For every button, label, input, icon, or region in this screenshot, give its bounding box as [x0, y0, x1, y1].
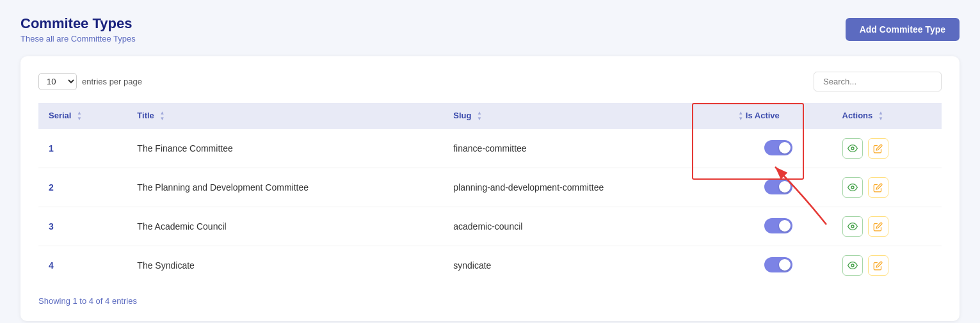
- col-slug[interactable]: Slug ▲ ▼: [443, 103, 725, 129]
- sort-up-icon: ▲: [159, 111, 165, 116]
- edit-button[interactable]: [868, 138, 888, 159]
- view-button[interactable]: [842, 177, 863, 198]
- sort-down-icon: ▼: [477, 116, 482, 122]
- serial-sort-arrows: ▲ ▼: [77, 111, 82, 122]
- entries-per-page-select[interactable]: 10 25 50 100: [38, 73, 77, 90]
- committee-types-table: Serial ▲ ▼ Title ▲ ▼: [38, 103, 942, 285]
- actions-cell: [842, 255, 931, 276]
- toggle-thumb: [779, 142, 791, 154]
- cell-serial: 1: [38, 129, 127, 168]
- cell-is-active: [725, 207, 831, 246]
- cell-title: The Syndicate: [127, 246, 443, 285]
- cell-slug: planning-and-development-committee: [443, 168, 725, 207]
- svg-point-1: [851, 186, 854, 189]
- cell-is-active: [725, 129, 831, 168]
- toggle-switch[interactable]: [764, 218, 792, 233]
- table-row: 4The Syndicatesyndicate: [38, 246, 942, 285]
- actions-cell: [842, 216, 931, 237]
- toggle-switch[interactable]: [764, 140, 792, 155]
- cell-actions: [832, 246, 942, 285]
- cell-slug: syndicate: [443, 246, 725, 285]
- actions-cell: [842, 138, 931, 159]
- col-actions[interactable]: Actions ▲ ▼: [832, 103, 942, 129]
- sort-down-icon: ▼: [77, 116, 82, 122]
- col-serial[interactable]: Serial ▲ ▼: [38, 103, 127, 129]
- sort-down-icon: ▼: [738, 116, 743, 122]
- is-active-sort-arrows: ▲ ▼: [738, 111, 743, 122]
- page-title: Commitee Types: [20, 15, 136, 32]
- title-sort-arrows: ▲ ▼: [159, 111, 165, 122]
- col-is-active[interactable]: ▲ ▼ Is Active: [725, 103, 831, 129]
- showing-entries-text: Showing 1 to 4 of 4 entries: [38, 296, 137, 306]
- cell-title: The Academic Council: [127, 207, 443, 246]
- edit-button[interactable]: [868, 255, 888, 276]
- cell-serial: 3: [38, 207, 127, 246]
- sort-down-icon: ▼: [159, 116, 165, 122]
- view-button[interactable]: [842, 216, 863, 237]
- sort-up-icon: ▲: [477, 111, 482, 116]
- toggle-thumb: [779, 181, 791, 193]
- sort-up-icon: ▲: [878, 111, 883, 116]
- cell-title: The Finance Committee: [127, 129, 443, 168]
- table-row: 2The Planning and Development Committeep…: [38, 168, 942, 207]
- toggle-thumb: [779, 259, 791, 271]
- actions-cell: [842, 177, 931, 198]
- table-row: 3The Academic Councilacademic-council: [38, 207, 942, 246]
- main-card: 10 25 50 100 entries per page Serial ▲: [20, 56, 960, 321]
- cell-slug: academic-council: [443, 207, 725, 246]
- entries-per-page-label: entries per page: [82, 77, 142, 86]
- cell-actions: [832, 168, 942, 207]
- col-title[interactable]: Title ▲ ▼: [127, 103, 443, 129]
- add-committee-type-button[interactable]: Add Commitee Type: [846, 18, 960, 41]
- cell-is-active: [725, 246, 831, 285]
- search-input[interactable]: [814, 72, 942, 91]
- view-button[interactable]: [842, 138, 863, 159]
- edit-button[interactable]: [868, 216, 888, 237]
- actions-sort-arrows: ▲ ▼: [878, 111, 883, 122]
- cell-serial: 2: [38, 168, 127, 207]
- toggle-thumb: [779, 220, 791, 232]
- toggle-switch[interactable]: [764, 179, 792, 194]
- page-header: Commitee Types These all are Committee T…: [20, 15, 136, 43]
- cell-actions: [832, 129, 942, 168]
- cell-serial: 4: [38, 246, 127, 285]
- cell-actions: [832, 207, 942, 246]
- svg-point-0: [851, 147, 854, 150]
- toggle-switch[interactable]: [764, 257, 792, 272]
- svg-point-3: [851, 264, 854, 267]
- slug-sort-arrows: ▲ ▼: [477, 111, 482, 122]
- table-controls: 10 25 50 100 entries per page: [38, 72, 942, 91]
- cell-slug: finance-committee: [443, 129, 725, 168]
- view-button[interactable]: [842, 255, 863, 276]
- table-footer: Showing 1 to 4 of 4 entries: [38, 296, 942, 306]
- page-subtitle: These all are Committee Types: [20, 34, 136, 43]
- sort-up-icon: ▲: [77, 111, 82, 116]
- cell-title: The Planning and Development Committee: [127, 168, 443, 207]
- sort-down-icon: ▼: [878, 116, 883, 122]
- sort-up-icon: ▲: [738, 111, 743, 116]
- table-row: 1The Finance Committeefinance-committee: [38, 129, 942, 168]
- cell-is-active: [725, 168, 831, 207]
- entries-per-page-control: 10 25 50 100 entries per page: [38, 73, 142, 90]
- table-wrapper: Serial ▲ ▼ Title ▲ ▼: [38, 103, 942, 285]
- svg-point-2: [851, 225, 854, 228]
- edit-button[interactable]: [868, 177, 888, 198]
